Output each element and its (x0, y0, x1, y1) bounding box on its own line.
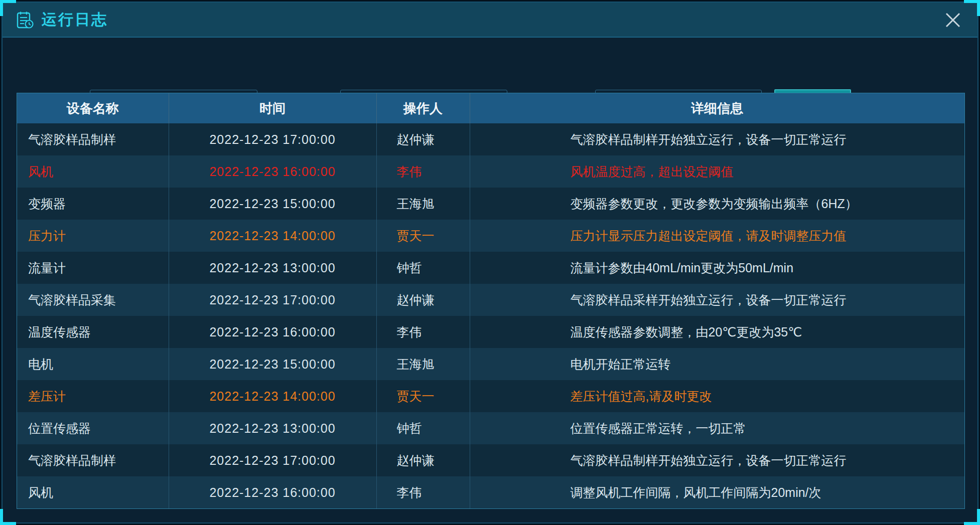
cell-operator: 赵仲谦 (376, 284, 470, 316)
cell-device: 流量计 (17, 252, 169, 284)
cell-time: 2022-12-23 17:00:00 (169, 284, 376, 316)
cell-time: 2022-12-23 14:00:00 (169, 380, 376, 412)
close-button[interactable] (941, 9, 964, 32)
table-row[interactable]: 气溶胶样品采集2022-12-23 17:00:00赵仲谦气溶胶样品采样开始独立… (17, 284, 964, 316)
page-title: 运行日志 (42, 10, 108, 30)
close-icon (943, 10, 963, 30)
cell-time: 2022-12-23 13:00:00 (169, 252, 376, 284)
table-row[interactable]: 温度传感器2022-12-23 16:00:00李伟温度传感器参数调整，由20℃… (17, 316, 964, 348)
cell-time: 2022-12-23 15:00:00 (169, 188, 376, 220)
log-table: 设备名称 时间 操作人 详细信息 气溶胶样品制样2022-12-23 17:00… (17, 93, 965, 509)
table-header-row: 设备名称 时间 操作人 详细信息 (17, 93, 964, 123)
cell-device: 气溶胶样品制样 (17, 444, 169, 476)
cell-device: 电机 (17, 348, 169, 380)
cell-device: 差压计 (17, 380, 169, 412)
corner-accent-bottom-right (964, 509, 980, 525)
cell-operator: 贾天一 (376, 220, 470, 252)
cell-operator: 李伟 (376, 476, 470, 508)
cell-empty (169, 508, 376, 509)
header-device-name: 设备名称 (17, 93, 169, 123)
corner-accent-top-right (964, 0, 980, 16)
run-log-dialog: 运行日志 设备类型： 全部 开始时间： 2022-12-22 11:00:00 (2, 2, 978, 523)
cell-time: 2022-12-23 17:00:00 (169, 444, 376, 476)
table-row[interactable]: 压力计2022-12-23 14:00:00贾天一压力计显示压力超出设定阈值，请… (17, 220, 964, 252)
cell-device: 变频器 (17, 188, 169, 220)
table-body: 气溶胶样品制样2022-12-23 17:00:00赵仲谦气溶胶样品制样开始独立… (17, 123, 964, 509)
cell-detail: 压力计显示压力超出设定阈值，请及时调整压力值 (470, 220, 964, 252)
cell-time: 2022-12-23 16:00:00 (169, 476, 376, 508)
cell-empty (470, 508, 964, 509)
filter-bar: 设备类型： 全部 开始时间： 2022-12-22 11:00:00 结束时间：… (3, 38, 977, 93)
cell-device: 风机 (17, 155, 169, 188)
cell-operator: 赵仲谦 (376, 123, 470, 155)
cell-detail: 温度传感器参数调整，由20℃更改为35℃ (470, 316, 964, 348)
cell-detail: 气溶胶样品制样开始独立运行，设备一切正常运行 (470, 444, 964, 476)
cell-time: 2022-12-23 14:00:00 (169, 220, 376, 252)
cell-operator: 赵仲谦 (376, 444, 470, 476)
corner-accent-top-left (0, 0, 16, 16)
cell-operator: 钟哲 (376, 252, 470, 284)
cell-detail: 气溶胶样品采样开始独立运行，设备一切正常运行 (470, 284, 964, 316)
table-row[interactable]: 位置传感器2022-12-23 13:00:00钟哲位置传感器正常运转，一切正常 (17, 412, 964, 444)
table-row[interactable]: 流量计2022-12-23 13:00:00钟哲流量计参数由40mL/min更改… (17, 252, 964, 284)
cell-empty (376, 508, 470, 509)
cell-time: 2022-12-23 13:00:00 (169, 412, 376, 444)
cell-time: 2022-12-23 17:00:00 (169, 123, 376, 155)
table-row[interactable]: 气溶胶样品制样2022-12-23 17:00:00赵仲谦气溶胶样品制样开始独立… (17, 444, 964, 476)
cell-operator: 贾天一 (376, 380, 470, 412)
table-row-empty (17, 508, 964, 509)
cell-detail: 流量计参数由40mL/min更改为50mL/min (470, 252, 964, 284)
header-time: 时间 (169, 93, 376, 123)
table-row[interactable]: 风机2022-12-23 16:00:00李伟风机温度过高，超出设定阈值 (17, 155, 964, 188)
cell-time: 2022-12-23 16:00:00 (169, 316, 376, 348)
cell-operator: 钟哲 (376, 412, 470, 444)
cell-time: 2022-12-23 16:00:00 (169, 155, 376, 188)
cell-device: 风机 (17, 476, 169, 508)
cell-device: 位置传感器 (17, 412, 169, 444)
cell-detail: 变频器参数更改，更改参数为变频输出频率（6HZ） (470, 188, 964, 220)
titlebar: 运行日志 (3, 3, 977, 38)
corner-accent-bottom-left (0, 509, 16, 525)
cell-operator: 李伟 (376, 316, 470, 348)
cell-detail: 调整风机工作间隔，风机工作间隔为20min/次 (470, 476, 964, 508)
table-row[interactable]: 电机2022-12-23 15:00:00王海旭电机开始正常运转 (17, 348, 964, 380)
cell-device: 气溶胶样品制样 (17, 123, 169, 155)
header-detail: 详细信息 (470, 93, 964, 123)
cell-detail: 电机开始正常运转 (470, 348, 964, 380)
log-book-icon (15, 10, 35, 30)
cell-detail: 气溶胶样品制样开始独立运行，设备一切正常运行 (470, 123, 964, 155)
cell-device: 压力计 (17, 220, 169, 252)
table-row[interactable]: 变频器2022-12-23 15:00:00王海旭变频器参数更改，更改参数为变频… (17, 188, 964, 220)
cell-operator: 李伟 (376, 155, 470, 188)
cell-detail: 位置传感器正常运转，一切正常 (470, 412, 964, 444)
table-row[interactable]: 风机2022-12-23 16:00:00李伟调整风机工作间隔，风机工作间隔为2… (17, 476, 964, 508)
cell-operator: 王海旭 (376, 188, 470, 220)
cell-detail: 风机温度过高，超出设定阈值 (470, 155, 964, 188)
cell-time: 2022-12-23 15:00:00 (169, 348, 376, 380)
table-row[interactable]: 差压计2022-12-23 14:00:00贾天一差压计值过高,请及时更改 (17, 380, 964, 412)
header-operator: 操作人 (376, 93, 470, 123)
cell-empty (17, 508, 169, 509)
cell-operator: 王海旭 (376, 348, 470, 380)
cell-detail: 差压计值过高,请及时更改 (470, 380, 964, 412)
cell-device: 温度传感器 (17, 316, 169, 348)
cell-device: 气溶胶样品采集 (17, 284, 169, 316)
table-row[interactable]: 气溶胶样品制样2022-12-23 17:00:00赵仲谦气溶胶样品制样开始独立… (17, 123, 964, 155)
